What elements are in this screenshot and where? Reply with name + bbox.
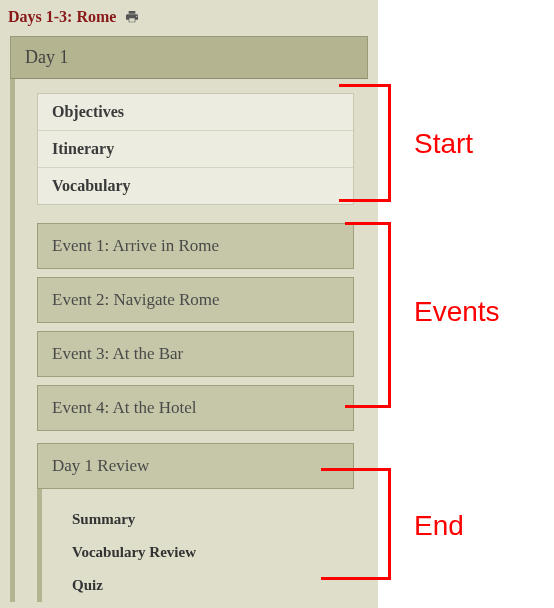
bracket-events	[345, 222, 391, 408]
day-content: Objectives Itinerary Vocabulary Event 1:…	[10, 79, 368, 602]
annotation-events: Events	[414, 296, 500, 328]
end-item-quiz[interactable]: Quiz	[68, 569, 354, 602]
print-icon[interactable]	[124, 9, 140, 25]
event-2[interactable]: Event 2: Navigate Rome	[37, 277, 354, 323]
event-3[interactable]: Event 3: At the Bar	[37, 331, 354, 377]
title-link[interactable]: Days 1-3: Rome	[8, 8, 116, 26]
annotation-end: End	[414, 510, 464, 542]
day-block: Day 1 Objectives Itinerary Vocabulary Ev…	[10, 36, 368, 602]
bracket-start	[339, 84, 391, 202]
review-sub: Summary Vocabulary Review Quiz	[37, 489, 354, 602]
day-header[interactable]: Day 1	[10, 36, 368, 79]
review-header[interactable]: Day 1 Review	[37, 443, 354, 489]
start-item-itinerary[interactable]: Itinerary	[38, 130, 353, 167]
start-item-objectives[interactable]: Objectives	[38, 94, 353, 130]
end-item-vocab-review[interactable]: Vocabulary Review	[68, 536, 354, 569]
start-list: Objectives Itinerary Vocabulary	[37, 93, 354, 205]
title-row: Days 1-3: Rome	[2, 6, 376, 32]
end-item-summary[interactable]: Summary	[68, 503, 354, 536]
event-4[interactable]: Event 4: At the Hotel	[37, 385, 354, 431]
annotation-start: Start	[414, 128, 473, 160]
bracket-end	[321, 468, 391, 580]
event-list: Event 1: Arrive in Rome Event 2: Navigat…	[37, 223, 354, 602]
event-1[interactable]: Event 1: Arrive in Rome	[37, 223, 354, 269]
start-item-vocabulary[interactable]: Vocabulary	[38, 167, 353, 204]
